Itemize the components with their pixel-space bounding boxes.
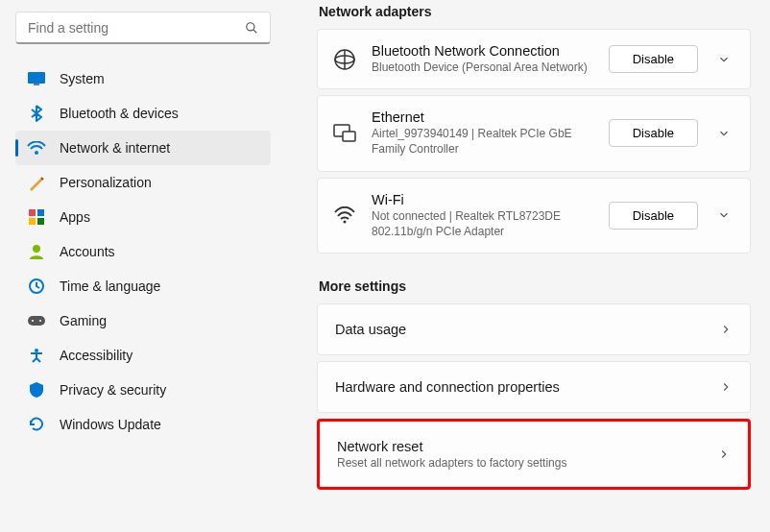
system-icon xyxy=(27,69,46,88)
svg-point-14 xyxy=(35,349,38,352)
adapter-title: Bluetooth Network Connection xyxy=(372,43,593,59)
nav-list: SystemBluetooth & devicesNetwork & inter… xyxy=(15,61,271,442)
svg-point-12 xyxy=(32,320,34,322)
row-title: Data usage xyxy=(335,322,406,337)
adapter-subtitle: Bluetooth Device (Personal Area Network) xyxy=(372,60,593,75)
section-heading-more: More settings xyxy=(319,278,751,294)
row-text: Data usage xyxy=(335,322,406,337)
adapter-icon xyxy=(333,122,356,145)
gaming-icon xyxy=(27,311,46,330)
sidebar-item-label: Network & internet xyxy=(60,140,170,156)
settings-row[interactable]: Data usage xyxy=(317,303,751,355)
adapter-card: Wi-FiNot connected | Realtek RTL8723DE 8… xyxy=(317,178,751,254)
sidebar-item-apps[interactable]: Apps xyxy=(15,200,271,234)
chevron-right-icon xyxy=(719,380,733,394)
time-icon xyxy=(27,277,46,296)
sidebar-item-accounts[interactable]: Accounts xyxy=(15,234,271,269)
adapter-icon xyxy=(333,204,356,227)
sidebar-item-label: System xyxy=(60,71,105,86)
section-heading-adapters: Network adapters xyxy=(319,4,751,19)
search-box[interactable] xyxy=(15,12,271,44)
sidebar-item-label: Time & language xyxy=(60,278,160,294)
network-icon xyxy=(27,138,46,157)
adapter-card: EthernetAirtel_9973940149 | Realtek PCIe… xyxy=(317,95,751,171)
svg-point-20 xyxy=(344,221,347,224)
svg-point-9 xyxy=(33,245,40,253)
svg-rect-3 xyxy=(34,84,39,85)
sidebar-item-time[interactable]: Time & language xyxy=(15,269,271,303)
adapter-subtitle: Airtel_9973940149 | Realtek PCIe GbE Fam… xyxy=(372,126,593,157)
apps-icon xyxy=(27,207,46,227)
search-input[interactable] xyxy=(28,20,245,36)
svg-rect-11 xyxy=(28,316,45,326)
sidebar-item-bluetooth[interactable]: Bluetooth & devices xyxy=(15,96,271,131)
chevron-down-icon[interactable] xyxy=(713,53,734,66)
row-title: Hardware and connection properties xyxy=(335,379,560,395)
disable-button[interactable]: Disable xyxy=(609,202,698,230)
sidebar-item-personalization[interactable]: Personalization xyxy=(15,165,271,200)
adapter-title: Ethernet xyxy=(372,109,593,125)
disable-button[interactable]: Disable xyxy=(609,45,698,73)
sidebar-item-update[interactable]: Windows Update xyxy=(15,407,271,442)
sidebar-item-label: Gaming xyxy=(60,313,107,328)
svg-rect-5 xyxy=(29,209,36,216)
adapter-text: Bluetooth Network ConnectionBluetooth De… xyxy=(372,43,593,75)
svg-line-1 xyxy=(253,30,256,33)
svg-point-13 xyxy=(39,320,41,322)
accessibility-icon xyxy=(27,346,46,365)
accounts-icon xyxy=(27,242,46,261)
chevron-right-icon xyxy=(717,447,731,461)
search-icon xyxy=(245,21,258,35)
sidebar-item-label: Accessibility xyxy=(60,348,132,363)
row-subtitle: Reset all network adapters to factory se… xyxy=(337,456,566,470)
sidebar-item-label: Personalization xyxy=(60,175,152,190)
main-content: Network adapters Bluetooth Network Conne… xyxy=(280,0,770,532)
chevron-down-icon[interactable] xyxy=(713,127,734,140)
svg-rect-8 xyxy=(37,218,44,225)
svg-point-4 xyxy=(35,151,38,155)
adapter-card: Bluetooth Network ConnectionBluetooth De… xyxy=(317,29,751,89)
settings-row[interactable]: Hardware and connection properties xyxy=(317,361,751,413)
adapter-subtitle: Not connected | Realtek RTL8723DE 802.11… xyxy=(372,208,593,239)
sidebar-item-label: Apps xyxy=(60,209,90,225)
sidebar-item-accessibility[interactable]: Accessibility xyxy=(15,338,271,373)
sidebar-item-system[interactable]: System xyxy=(15,61,271,96)
svg-rect-6 xyxy=(37,209,44,216)
personalization-icon xyxy=(27,173,46,192)
bluetooth-icon xyxy=(27,104,46,123)
adapter-icon xyxy=(333,48,356,71)
svg-point-0 xyxy=(247,22,254,30)
settings-row[interactable]: Network resetReset all network adapters … xyxy=(317,419,751,490)
adapter-text: EthernetAirtel_9973940149 | Realtek PCIe… xyxy=(372,109,593,157)
sidebar-item-label: Windows Update xyxy=(60,417,161,432)
disable-button[interactable]: Disable xyxy=(609,119,698,147)
sidebar-item-privacy[interactable]: Privacy & security xyxy=(15,373,271,407)
chevron-right-icon xyxy=(719,323,733,336)
svg-rect-7 xyxy=(29,218,36,225)
privacy-icon xyxy=(27,380,46,399)
sidebar-item-label: Accounts xyxy=(60,244,115,259)
row-text: Hardware and connection properties xyxy=(335,379,560,395)
update-icon xyxy=(27,415,46,434)
svg-rect-2 xyxy=(28,72,45,84)
row-text: Network resetReset all network adapters … xyxy=(337,439,566,470)
sidebar-item-gaming[interactable]: Gaming xyxy=(15,303,271,338)
sidebar-item-network[interactable]: Network & internet xyxy=(15,131,271,165)
sidebar-item-label: Privacy & security xyxy=(60,382,166,398)
sidebar-item-label: Bluetooth & devices xyxy=(60,106,179,121)
chevron-down-icon[interactable] xyxy=(713,208,734,222)
adapter-title: Wi-Fi xyxy=(372,192,593,207)
sidebar: SystemBluetooth & devicesNetwork & inter… xyxy=(0,0,280,532)
adapter-text: Wi-FiNot connected | Realtek RTL8723DE 8… xyxy=(372,192,593,239)
row-title: Network reset xyxy=(337,439,566,454)
svg-rect-19 xyxy=(343,132,355,141)
